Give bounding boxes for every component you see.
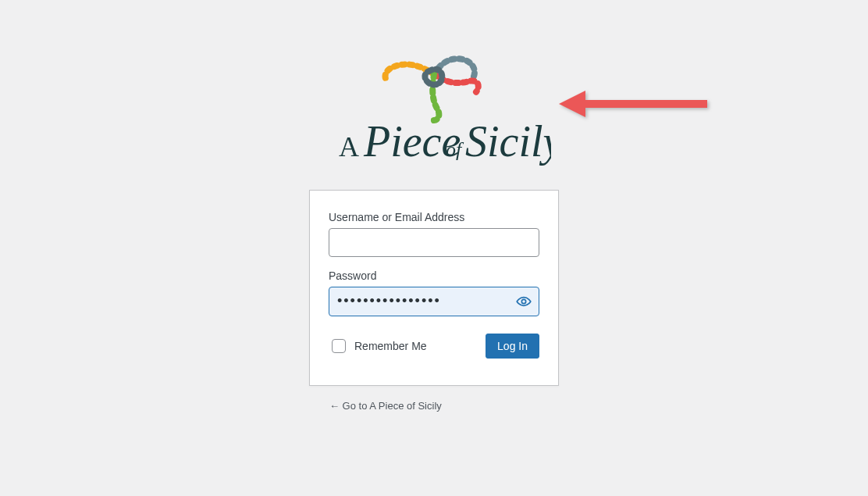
remember-me-label[interactable]: Remember Me: [329, 337, 427, 355]
remember-me-text: Remember Me: [354, 340, 427, 352]
login-button[interactable]: Log In: [486, 334, 539, 359]
password-label: Password: [329, 269, 539, 282]
annotation-arrow: [559, 84, 715, 126]
login-form: Username or Email Address Password Remem…: [309, 190, 559, 386]
password-input[interactable]: [329, 287, 539, 316]
svg-point-4: [521, 299, 525, 303]
show-password-button[interactable]: [511, 289, 536, 314]
username-input[interactable]: [329, 228, 539, 257]
username-label: Username or Email Address: [329, 211, 539, 223]
eye-icon: [516, 293, 532, 310]
svg-text:A: A: [339, 131, 359, 162]
svg-text:Sicily: Sicily: [465, 117, 551, 166]
back-to-site-link[interactable]: ← Go to A Piece of Sicily: [329, 400, 442, 412]
svg-marker-6: [559, 91, 585, 117]
arrow-icon: [559, 84, 715, 123]
site-logo-link[interactable]: A Piece of Sicily: [309, 31, 559, 174]
remember-me-checkbox[interactable]: [332, 339, 346, 353]
svg-text:of: of: [446, 138, 464, 161]
site-logo-image: A Piece of Sicily: [317, 31, 551, 172]
